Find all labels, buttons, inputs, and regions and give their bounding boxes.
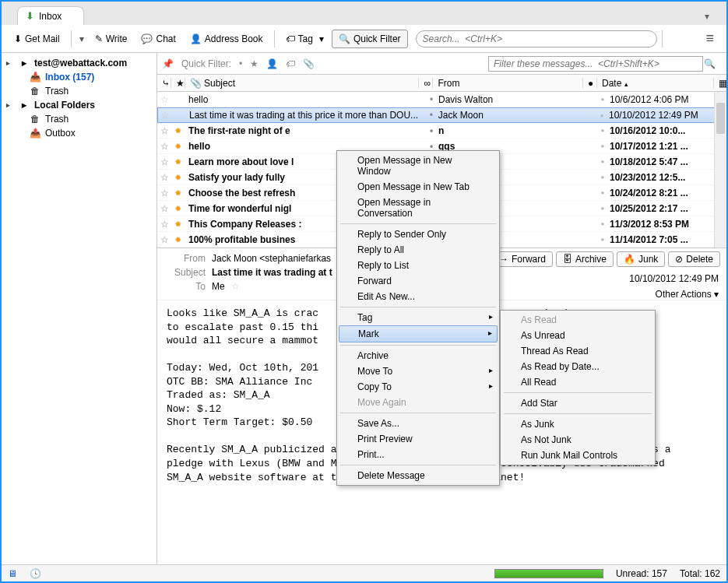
header-date: 10/10/2012 12:49 PM: [629, 273, 719, 284]
junk-indicator: ●: [595, 112, 609, 119]
menu-item-add-star[interactable]: Add Star: [502, 395, 653, 411]
correspondent-column[interactable]: ∞: [419, 78, 433, 89]
menu-item-as-unread[interactable]: As Unread: [502, 328, 653, 343]
message-row[interactable]: ☆✹The first-rate night of e•n●10/16/2012…: [157, 123, 726, 139]
unread-indicator: ✹: [171, 236, 185, 244]
junk-indicator: ●: [596, 127, 610, 134]
pin-icon[interactable]: 📌: [162, 58, 174, 69]
date-column[interactable]: Date ▴: [597, 78, 714, 89]
archive-button[interactable]: 🗄Archive: [556, 251, 614, 267]
row-subject: The first-rate night of e: [185, 125, 424, 136]
unread-filter-icon[interactable]: •: [239, 58, 242, 69]
contact-filter-icon[interactable]: 👤: [266, 58, 278, 69]
message-row[interactable]: ☆Last time it was trading at this price …: [157, 107, 726, 123]
attachment-column[interactable]: 📎: [185, 78, 199, 89]
star-filter-icon[interactable]: ★: [250, 58, 258, 69]
menu-item-all-read[interactable]: All Read: [502, 374, 653, 390]
star-icon[interactable]: ☆: [157, 172, 171, 183]
scrollbar-thumb[interactable]: [716, 103, 725, 134]
account-node[interactable]: ▸▸test@webattack.com: [2, 56, 157, 70]
menu-item-fwd[interactable]: Forward: [339, 273, 498, 289]
menu-item-archive[interactable]: Archive: [339, 348, 498, 363]
menu-item-edit[interactable]: Edit As New...: [339, 289, 498, 304]
scrollbar[interactable]: [714, 92, 726, 248]
write-button[interactable]: ✎Write: [89, 30, 134, 47]
menu-item-tag[interactable]: Tag: [339, 310, 498, 325]
delete-button[interactable]: ⊘Delete: [668, 251, 720, 267]
folder-node[interactable]: 🗑Trash: [2, 84, 157, 98]
junk-button[interactable]: 🔥Junk: [617, 251, 665, 267]
tab-label: Inbox: [39, 11, 62, 22]
star-icon[interactable]: ☆: [157, 125, 171, 136]
quickfilter-label: Quick Filter:: [181, 58, 231, 69]
folder-label: Outbox: [45, 128, 76, 139]
junk-column[interactable]: ●: [583, 78, 597, 89]
attachment-filter-icon[interactable]: 📎: [303, 58, 315, 69]
dropdown-icon[interactable]: ▾: [76, 33, 87, 44]
tab-inbox[interactable]: ⬇ Inbox: [17, 6, 84, 25]
menu-item-move[interactable]: Move To: [339, 363, 498, 379]
menu-item-open[interactable]: Open Message in Conversation: [339, 195, 498, 221]
address-book-button[interactable]: 👤Address Book: [184, 30, 269, 47]
star-icon[interactable]: ☆: [157, 141, 171, 152]
subject-column[interactable]: Subject: [199, 78, 419, 89]
quickfilter-search-icon[interactable]: 🔍: [703, 58, 716, 69]
menu-item-save[interactable]: Save As...: [339, 416, 498, 431]
forward-icon: →: [499, 254, 508, 265]
menu-item-as-not-junk[interactable]: As Not Junk: [502, 432, 653, 448]
account-node[interactable]: ▸▸Local Folders: [2, 98, 157, 112]
star-icon[interactable]: ☆: [158, 110, 172, 121]
star-column[interactable]: ★: [171, 78, 185, 89]
menu-item-run-junk-mail-controls[interactable]: Run Junk Mail Controls: [502, 448, 653, 463]
row-date: 10/24/2012 8:21 ...: [610, 188, 726, 198]
thread-column[interactable]: ⤷: [157, 78, 171, 89]
search-input[interactable]: [416, 30, 657, 47]
menu-item-open[interactable]: Open Message in New Tab: [339, 179, 498, 195]
menu-item-printpv[interactable]: Print Preview: [339, 431, 498, 447]
star-icon[interactable]: ☆: [157, 188, 171, 198]
menu-item-print[interactable]: Print...: [339, 447, 498, 462]
subject-label: Subject: [164, 267, 206, 278]
quick-filter-button[interactable]: 🔍Quick Filter: [332, 30, 408, 48]
tab-dropdown[interactable]: ▾: [698, 8, 716, 25]
from-value: Jack Moon <stephaniefarkas: [212, 253, 331, 264]
person-icon: 👤: [190, 33, 202, 44]
tag-button[interactable]: 🏷Tag▾: [280, 30, 330, 47]
star-icon[interactable]: ☆: [231, 281, 240, 292]
menu-item-thread-as-read[interactable]: Thread As Read: [502, 343, 653, 359]
star-icon[interactable]: ☆: [157, 94, 171, 105]
star-icon[interactable]: ☆: [157, 234, 171, 245]
folder-node[interactable]: 📥Inbox (157): [2, 70, 157, 84]
unread-indicator: ✹: [171, 205, 185, 212]
online-icon[interactable]: 🖥: [8, 568, 17, 579]
tag-filter-icon[interactable]: 🏷: [286, 58, 295, 69]
star-icon[interactable]: ☆: [157, 156, 171, 167]
get-mail-button[interactable]: ⬇Get Mail: [8, 30, 66, 47]
folder-node[interactable]: 📤Outbox: [2, 126, 157, 140]
row-date: 10/6/2012 4:06 PM: [610, 94, 726, 105]
menu-item-reply[interactable]: Reply to Sender Only: [339, 227, 498, 242]
chat-button[interactable]: 💬Chat: [135, 30, 181, 47]
message-row[interactable]: ☆hello•Davis Walton●10/6/2012 4:06 PM: [157, 92, 726, 107]
star-icon[interactable]: ☆: [157, 219, 171, 230]
app-menu-button[interactable]: ≡: [699, 27, 720, 50]
row-from: Davis Walton: [438, 94, 596, 105]
menu-item-as-read-by-date-[interactable]: As Read by Date...: [502, 359, 653, 374]
folder-label: Inbox (157): [45, 72, 94, 83]
from-column[interactable]: From: [433, 78, 583, 89]
activity-icon[interactable]: 🕓: [30, 568, 41, 579]
forward-button[interactable]: →Forward: [492, 251, 553, 267]
other-actions-button[interactable]: Other Actions: [656, 289, 712, 300]
star-icon[interactable]: ☆: [157, 203, 171, 214]
column-picker-icon[interactable]: ▦: [714, 78, 726, 89]
menu-item-reply[interactable]: Reply to All: [339, 242, 498, 258]
folder-node[interactable]: 🗑Trash: [2, 112, 157, 126]
menu-item-reply[interactable]: Reply to List: [339, 258, 498, 273]
menu-item-mark[interactable]: Mark: [339, 325, 498, 342]
menu-item-delete[interactable]: Delete Message: [339, 468, 498, 483]
menu-item-open[interactable]: Open Message in New Window: [339, 153, 498, 179]
quickfilter-input[interactable]: [488, 56, 703, 72]
menu-item-copy[interactable]: Copy To: [339, 379, 498, 395]
menu-item-as-junk[interactable]: As Junk: [502, 416, 653, 432]
context-menu: Open Message in New WindowOpen Message i…: [336, 150, 500, 486]
